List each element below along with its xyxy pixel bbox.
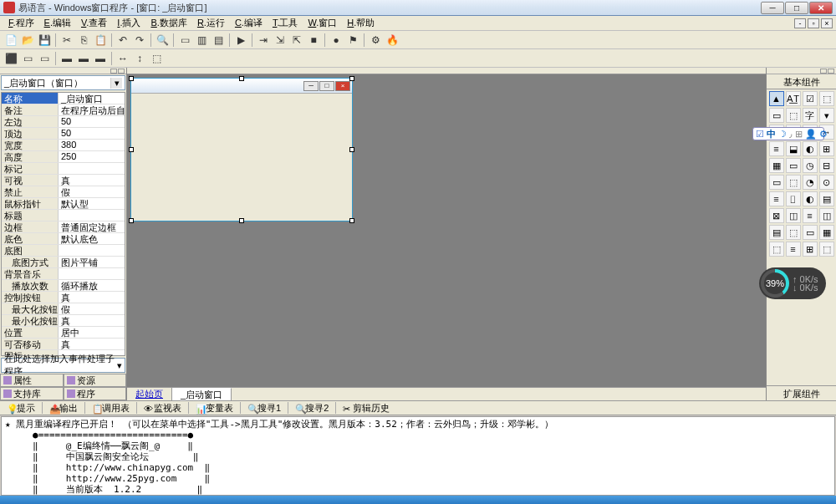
property-row[interactable]: 宽度380 <box>2 140 125 151</box>
output-tab[interactable]: 📋调用表 <box>89 402 133 415</box>
panel-tab[interactable]: 程序 <box>64 387 127 400</box>
toolbox-item[interactable]: ≡ <box>803 208 818 223</box>
property-row[interactable]: 左边50 <box>2 116 125 128</box>
toolbox-item[interactable]: ◫ <box>786 208 801 223</box>
form-canvas[interactable] <box>131 94 352 221</box>
prop-value[interactable]: 普通固定边框 <box>59 221 125 232</box>
prop-value[interactable] <box>59 210 125 221</box>
toolbox-item[interactable]: 字 <box>803 108 818 123</box>
property-row[interactable]: 名称_启动窗口 <box>2 93 125 104</box>
toolbox-item[interactable]: A͟T <box>786 91 801 106</box>
copy-button[interactable]: ⎘ <box>76 33 91 48</box>
cut-button[interactable]: ✂ <box>59 33 74 48</box>
prop-value[interactable]: 50 <box>59 116 125 127</box>
property-row[interactable]: 禁止假 <box>2 186 125 198</box>
toolbox-item[interactable]: ▤ <box>769 225 784 240</box>
menu-item[interactable]: R.运行 <box>192 16 230 30</box>
toolbox-footer[interactable]: 扩展组件 <box>767 385 836 400</box>
form-maximize-button[interactable]: □ <box>319 81 334 91</box>
prop-value[interactable]: 在程序启动后自动 <box>59 104 125 115</box>
menu-item[interactable]: I.插入 <box>112 16 145 30</box>
new-button[interactable]: 📄 <box>3 33 18 48</box>
property-row[interactable]: 控制按钮真 <box>2 292 125 303</box>
panel-close-icon[interactable] <box>828 69 834 74</box>
align-center-button[interactable]: ▭ <box>20 51 35 66</box>
same-height-button[interactable]: ↕ <box>132 51 147 66</box>
property-row[interactable]: 备注在程序启动后自动 <box>2 104 125 116</box>
prop-value[interactable]: 默认底色 <box>59 233 125 244</box>
undo-button[interactable]: ↶ <box>115 33 130 48</box>
toolbox-item[interactable]: ⬚ <box>819 91 834 106</box>
align-top-button[interactable]: ▬ <box>59 51 74 66</box>
toolbox-item[interactable]: ▾ <box>819 108 834 123</box>
prop-value[interactable]: 250 <box>59 151 125 162</box>
property-row[interactable]: 位置居中 <box>2 327 125 339</box>
output-tab[interactable]: ✂剪辑历史 <box>339 402 393 415</box>
toolbox-item[interactable]: ▭ <box>803 225 818 240</box>
menu-item[interactable]: H.帮助 <box>342 16 380 30</box>
toolbox-item[interactable]: ⊟ <box>819 158 834 173</box>
panel-tab[interactable]: 属性 <box>0 374 64 387</box>
save-button[interactable]: 💾 <box>37 33 52 48</box>
output-tab[interactable]: 🔍搜寻1 <box>244 402 284 415</box>
align-right-button[interactable]: ▭ <box>37 51 52 66</box>
panel-tab[interactable]: 资源 <box>64 374 127 387</box>
redo-button[interactable]: ↷ <box>132 33 147 48</box>
property-row[interactable]: 边框普通固定边框 <box>2 221 125 233</box>
toolbox-item[interactable]: ⊞ <box>819 141 834 156</box>
menu-item[interactable]: C.编译 <box>230 16 268 30</box>
find-button[interactable]: 🔍 <box>155 33 170 48</box>
prop-value[interactable]: 真 <box>59 339 125 349</box>
form-minimize-button[interactable]: ─ <box>303 81 319 91</box>
toolbox-item[interactable]: ⬚ <box>786 225 801 240</box>
prop-value[interactable]: _启动窗口 <box>59 93 125 104</box>
align-middle-button[interactable]: ▬ <box>76 51 91 66</box>
property-row[interactable]: 最小化按钮真 <box>2 315 125 327</box>
close-button[interactable]: ✕ <box>809 2 833 14</box>
same-size-button[interactable]: ⬚ <box>149 51 164 66</box>
tab-startup-window[interactable]: _启动窗口 <box>172 388 232 400</box>
prop-value[interactable]: 50 <box>59 128 125 139</box>
mdi-minimize-icon[interactable]: - <box>794 18 806 28</box>
output-tab[interactable]: 💡提示 <box>3 402 38 415</box>
stepover-button[interactable]: ⇲ <box>273 33 288 48</box>
prop-value[interactable] <box>59 245 125 256</box>
maximize-button[interactable]: □ <box>785 2 808 14</box>
toolbox-item[interactable]: ⊙ <box>819 175 834 190</box>
tab-startpage[interactable]: 起始页 <box>127 388 172 400</box>
property-row[interactable]: 背景音乐 <box>2 268 125 280</box>
prop-value[interactable]: 假 <box>59 186 125 197</box>
compile-button[interactable]: ⚙ <box>368 33 383 48</box>
panel-tab[interactable]: 支持库 <box>0 387 64 400</box>
prop-value[interactable]: 默认型 <box>59 198 125 209</box>
toolbox-item[interactable]: ▭ <box>769 175 784 190</box>
toolbox-item[interactable]: ▦ <box>769 158 784 173</box>
toolbox-item[interactable]: ≡ <box>769 191 784 206</box>
open-button[interactable]: 📂 <box>20 33 35 48</box>
property-row[interactable]: 标记 <box>2 163 125 175</box>
prop-value[interactable]: 真 <box>59 315 125 326</box>
system-monitor-widget[interactable]: 39% ↑ 0K/s ↓ 0K/s <box>759 267 826 299</box>
same-width-button[interactable]: ↔ <box>115 51 130 66</box>
property-row[interactable]: 底色默认底色 <box>2 233 125 245</box>
layout1-button[interactable]: ▭ <box>177 33 192 48</box>
toolbox-item[interactable]: ▭ <box>769 108 784 123</box>
toolbox-item[interactable]: ⬚ <box>786 175 801 190</box>
layout3-button[interactable]: ▤ <box>211 33 226 48</box>
toolbox-item[interactable]: ◫ <box>819 208 834 223</box>
prop-value[interactable]: 居中 <box>59 327 125 338</box>
prop-value[interactable]: 真 <box>59 175 125 186</box>
property-row[interactable]: 可视真 <box>2 175 125 186</box>
menu-item[interactable]: F.程序 <box>3 16 39 30</box>
toolbox-item[interactable]: ◐ <box>803 141 818 156</box>
toolbox-item[interactable]: ▭ <box>786 158 801 173</box>
toolbox-item[interactable]: ▦ <box>819 225 834 240</box>
prop-value[interactable]: 380 <box>59 140 125 150</box>
output-tab[interactable]: 📊变量表 <box>192 402 237 415</box>
stepout-button[interactable]: ⇱ <box>289 33 304 48</box>
output-tab[interactable]: 🔍搜寻2 <box>292 402 332 415</box>
menu-item[interactable]: W.窗口 <box>303 16 342 30</box>
toolbox-item[interactable]: ⊠ <box>769 208 784 223</box>
property-grid[interactable]: 名称_启动窗口备注在程序启动后自动左边50顶边50宽度380高度250标记可视真… <box>1 92 125 356</box>
align-left-button[interactable]: ⬛ <box>3 51 18 66</box>
